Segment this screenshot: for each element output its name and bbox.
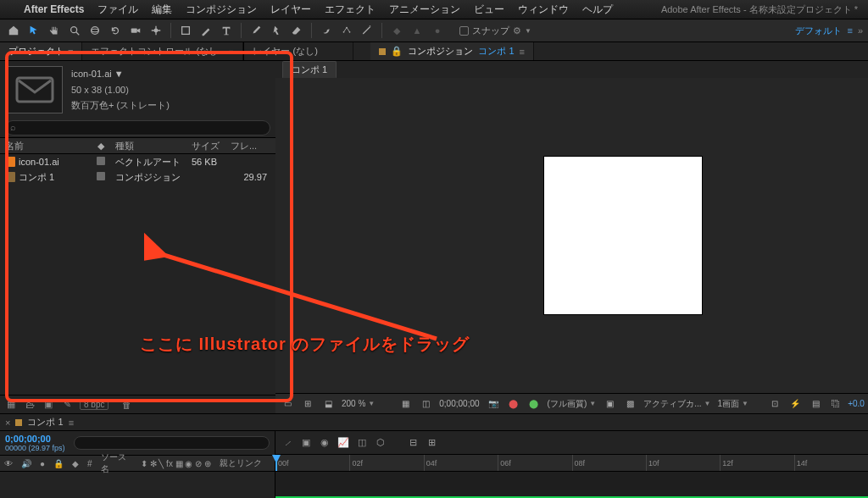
hand-tool-icon[interactable] [46, 22, 63, 39]
project-items-list[interactable]: icon-01.ai ベクトルアート 56 KB コンポ 1 コンポジション 2… [0, 154, 275, 395]
timeline-search-input[interactable] [74, 436, 270, 450]
source-name-column[interactable]: ソース名 [97, 451, 136, 475]
chevron-down-icon[interactable]: ▼ [525, 27, 531, 35]
eraser-tool-icon[interactable] [288, 22, 305, 39]
pen-tool-icon[interactable] [198, 22, 214, 39]
draft-3d-icon[interactable]: ◫ [355, 436, 369, 450]
project-row[interactable]: icon-01.ai ベクトルアート 56 KB [0, 154, 275, 169]
switches-column[interactable]: ⬍ ✻ ╲ fx ▦ ◉ ⊘ ⊕ [136, 459, 215, 468]
project-columns-header[interactable]: 名前 ◆ 種類 サイズ フレ... [0, 137, 275, 154]
snap-checkbox-icon[interactable] [459, 26, 469, 36]
app-name[interactable]: After Effects [24, 3, 84, 15]
flowchart-icon[interactable]: ⿻ [829, 397, 843, 411]
timeline-track-area[interactable] [275, 472, 868, 498]
parent-column[interactable]: 親とリンク [215, 457, 275, 469]
menu-help[interactable]: ヘルプ [582, 3, 613, 17]
menu-file[interactable]: ファイル [97, 3, 138, 17]
selection-tool-icon[interactable] [25, 22, 42, 39]
resolution-icon[interactable]: ⊞ [301, 397, 314, 411]
new-comp-icon[interactable]: ▣ [42, 399, 54, 411]
menu-animation[interactable]: アニメーション [389, 3, 460, 17]
3d-view-icon[interactable]: ⬓ [321, 397, 335, 411]
timeline-icon[interactable]: ▤ [809, 397, 822, 411]
grid-icon[interactable]: ▦ [398, 397, 412, 411]
active-camera-dropdown[interactable]: アクティブカ...▼ [643, 398, 710, 410]
solo-column-icon[interactable]: ● [36, 459, 49, 468]
collapse-icon[interactable]: ⊟ [406, 436, 420, 450]
mask-icon[interactable]: ◫ [419, 397, 432, 411]
current-time-indicator-icon[interactable] [275, 455, 277, 471]
quality-dropdown[interactable]: (フル画質)▼ [548, 398, 597, 410]
transparency-grid-icon[interactable]: ▩ [623, 397, 637, 411]
workspace-menu-icon[interactable]: ≡ [847, 25, 852, 36]
col-framerate[interactable]: フレ... [225, 140, 275, 152]
roto-brush-tool-icon[interactable] [318, 22, 335, 39]
wand-tool-icon[interactable] [359, 22, 376, 39]
snap-toggle[interactable]: スナップ ⚙ ▼ [459, 25, 531, 37]
menu-view[interactable]: ビュー [474, 3, 504, 17]
timeline-tab-menu-icon[interactable]: ≡ [69, 418, 74, 428]
project-row[interactable]: コンポ 1 コンポジション 29.97 [0, 169, 275, 185]
timeline-search[interactable] [74, 436, 270, 450]
type-tool-icon[interactable] [218, 22, 235, 39]
pan-behind-tool-icon[interactable] [147, 22, 164, 39]
timeline-tab[interactable]: コンポ 1 [27, 416, 63, 429]
color-depth-button[interactable]: 8 bpc [80, 399, 108, 410]
current-time[interactable]: 0;00;00;00 [439, 399, 479, 408]
tab-composition[interactable]: 🔒 コンポジション コンポ 1 ≡ [370, 42, 534, 60]
color-mgmt-icon[interactable]: ⬤ [527, 397, 541, 411]
rectangle-tool-icon[interactable] [177, 22, 194, 39]
region-icon[interactable]: ▣ [603, 397, 616, 411]
magnification-icon[interactable]: ▭ [281, 397, 294, 411]
lock-column-icon[interactable]: 🔒 [49, 459, 68, 468]
interpret-footage-icon[interactable]: ▦ [5, 399, 17, 411]
tab-project[interactable]: プロジェクト≡ [0, 42, 82, 60]
zoom-tool-icon[interactable] [66, 22, 83, 39]
camera-tool-icon[interactable] [127, 22, 144, 39]
home-tool-icon[interactable] [5, 22, 22, 39]
label-column-icon[interactable]: ◆ [68, 459, 83, 468]
menu-layer[interactable]: レイヤー [270, 3, 311, 17]
channel-icon[interactable]: ⬤ [507, 397, 520, 411]
motion-blur-icon[interactable]: ◉ [318, 436, 331, 450]
brainstorm-icon[interactable]: ⬡ [374, 436, 387, 450]
canvas-area[interactable] [275, 78, 868, 393]
audio-column-icon[interactable]: 🔊 [17, 459, 36, 468]
shy-icon[interactable]: ⟋ [281, 436, 294, 450]
item-name[interactable]: icon-01.ai ▼ [71, 66, 170, 82]
snapshot-icon[interactable]: 📷 [487, 397, 500, 411]
workspace-selector[interactable]: デフォルト [795, 25, 842, 37]
breadcrumb-comp-link[interactable]: コンポ 1 [478, 45, 514, 58]
brush-tool-icon[interactable] [248, 22, 264, 39]
snap-options-icon[interactable]: ⚙ [513, 25, 521, 36]
project-settings-icon[interactable]: ✎ [61, 399, 73, 411]
menu-composition[interactable]: コンポジション [186, 3, 257, 17]
time-ruler[interactable]: 00f 02f 04f 06f 08f 10f 12f 14f [275, 455, 868, 472]
orbit-tool-icon[interactable] [86, 22, 103, 39]
tab-effect-controls[interactable]: エフェクトコントロール (なし» [82, 42, 243, 60]
col-name[interactable]: 名前 [0, 140, 92, 152]
views-dropdown[interactable]: 1画面▼ [717, 398, 748, 410]
zoom-dropdown[interactable]: 200 %▼ [342, 399, 375, 408]
pixel-aspect-icon[interactable]: ⊡ [768, 397, 782, 411]
menu-edit[interactable]: 編集 [152, 3, 172, 17]
col-type[interactable]: 種類 [110, 140, 186, 152]
panel-chevrons-icon[interactable]: » [858, 25, 863, 36]
col-size[interactable]: サイズ [186, 140, 225, 152]
current-timecode[interactable]: 0;00;00;00 [5, 434, 65, 444]
clone-tool-icon[interactable] [268, 22, 285, 39]
project-search-input[interactable] [5, 120, 270, 136]
new-folder-icon[interactable]: 🗁 [24, 399, 36, 411]
tab-layer-none[interactable]: レイヤー (なし) [243, 42, 353, 60]
graph-editor-icon[interactable]: 📈 [337, 436, 350, 450]
project-search[interactable]: ⌕ [0, 119, 275, 137]
trash-icon[interactable]: 🗑 [120, 399, 132, 411]
exposure-icon[interactable]: +0.0 [849, 397, 863, 411]
rotate-tool-icon[interactable] [107, 22, 124, 39]
col-tag[interactable]: ◆ [92, 141, 110, 152]
puppet-tool-icon[interactable] [338, 22, 355, 39]
frame-blend-icon[interactable]: ▣ [299, 436, 313, 450]
close-tab-icon[interactable]: × [5, 418, 10, 428]
comp-subtab[interactable]: コンポ 1 [282, 61, 337, 79]
eye-column-icon[interactable]: 👁 [0, 459, 17, 468]
